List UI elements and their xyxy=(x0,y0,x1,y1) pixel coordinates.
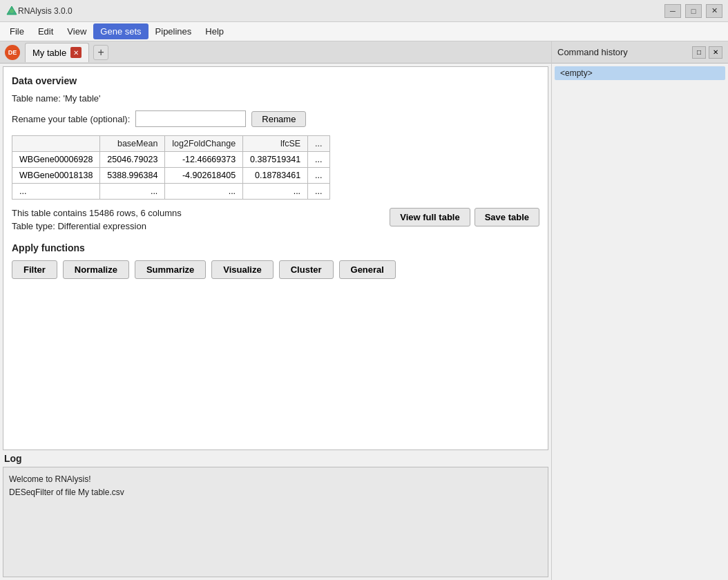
more-2: ... xyxy=(308,168,329,184)
col-header-log2fc: log2FoldChange xyxy=(165,136,243,152)
tab-bar: DE My table ✕ + xyxy=(0,41,551,64)
more-1: ... xyxy=(308,152,329,168)
save-table-button[interactable]: Save table xyxy=(475,208,539,226)
apply-functions-title: Apply functions xyxy=(12,242,539,253)
log2fc-more: ... xyxy=(165,184,243,200)
de-logo: DE xyxy=(5,45,20,60)
menu-pipelines[interactable]: Pipelines xyxy=(149,23,199,39)
log2fc-1: -12.46669373 xyxy=(165,152,243,168)
gene-id-1: WBGene00006928 xyxy=(12,152,100,168)
lfcse-1: 0.387519341 xyxy=(243,152,308,168)
basemean-1: 25046.79023 xyxy=(100,152,165,168)
table-name-row: Table name: 'My table' xyxy=(12,93,539,104)
log2fc-2: -4.902618405 xyxy=(165,168,243,184)
log-area: Welcome to RNAlysis! DESeqFilter of file… xyxy=(3,467,548,577)
left-panel: DE My table ✕ + Data overview Table name… xyxy=(0,41,551,580)
close-window-button[interactable]: ✕ xyxy=(706,4,722,18)
menu-help[interactable]: Help xyxy=(198,23,231,39)
col-header-basemean: baseMean xyxy=(100,136,165,152)
command-history-header: Command history □ ✕ xyxy=(552,41,728,64)
rename-input[interactable] xyxy=(135,110,246,127)
menu-edit[interactable]: Edit xyxy=(31,23,60,39)
data-table: baseMean log2FoldChange lfcSE ... WBGene… xyxy=(12,135,330,200)
table-row: WBGene00018138 5388.996384 -4.902618405 … xyxy=(12,168,330,184)
stats-rows-cols: This table contains 15486 rows, 6 column… xyxy=(12,208,182,218)
table-tab[interactable]: My table ✕ xyxy=(25,43,89,62)
command-history-panel: Command history □ ✕ <empty> xyxy=(551,41,728,580)
more-more: ... xyxy=(308,184,329,200)
lfcse-2: 0.18783461 xyxy=(243,168,308,184)
table-stats: This table contains 15486 rows, 6 column… xyxy=(12,208,182,231)
minimize-button[interactable]: ─ xyxy=(664,4,681,18)
data-overview-title: Data overview xyxy=(12,75,539,86)
log-section: Log Welcome to RNAlysis! DESeqFilter of … xyxy=(3,453,548,577)
command-history-title: Command history xyxy=(557,47,689,57)
normalize-button[interactable]: Normalize xyxy=(63,260,129,279)
command-history-close-button[interactable]: ✕ xyxy=(709,46,722,59)
general-button[interactable]: General xyxy=(339,260,396,279)
col-header-gene xyxy=(12,136,100,152)
cluster-button[interactable]: Cluster xyxy=(279,260,334,279)
stats-type: Table type: Differential expression xyxy=(12,221,182,231)
menu-gene-sets[interactable]: Gene sets xyxy=(93,23,148,39)
gene-id-more: ... xyxy=(12,184,100,200)
log-line-1: Welcome to RNAlysis! xyxy=(9,473,542,486)
lfcse-more: ... xyxy=(243,184,308,200)
command-history-content: <empty> xyxy=(552,64,728,580)
tab-close-button[interactable]: ✕ xyxy=(70,47,82,58)
window-title: RNAlysis 3.0.0 xyxy=(18,6,664,16)
table-name-label: Table name: xyxy=(12,93,63,104)
rename-row: Rename your table (optional): Rename xyxy=(12,110,539,127)
title-bar: RNAlysis 3.0.0 ─ □ ✕ xyxy=(0,0,728,22)
log-title: Log xyxy=(3,453,548,464)
filter-button[interactable]: Filter xyxy=(12,260,57,279)
menu-bar: File Edit View Gene sets Pipelines Help xyxy=(0,22,728,41)
col-header-more: ... xyxy=(308,136,329,152)
table-action-buttons: View full table Save table xyxy=(390,208,539,226)
basemean-2: 5388.996384 xyxy=(100,168,165,184)
gene-id-2: WBGene00018138 xyxy=(12,168,100,184)
table-name-value: 'My table' xyxy=(63,93,100,104)
command-history-empty: <empty> xyxy=(555,66,725,80)
rename-button[interactable]: Rename xyxy=(251,111,306,127)
summarize-button[interactable]: Summarize xyxy=(135,260,206,279)
table-row: WBGene00006928 25046.79023 -12.46669373 … xyxy=(12,152,330,168)
tab-label: My table xyxy=(32,48,66,58)
command-history-pin-button[interactable]: □ xyxy=(692,46,706,59)
app-icon xyxy=(6,5,18,17)
visualize-button[interactable]: Visualize xyxy=(211,260,273,279)
table-info: This table contains 15486 rows, 6 column… xyxy=(12,208,539,231)
col-header-lfcse: lfcSE xyxy=(243,136,308,152)
function-buttons: Filter Normalize Summarize Visualize Clu… xyxy=(12,260,539,279)
table-row: ... ... ... ... ... xyxy=(12,184,330,200)
table-tab-icon: DE xyxy=(3,43,22,62)
main-content: Data overview Table name: 'My table' Ren… xyxy=(3,66,548,450)
menu-file[interactable]: File xyxy=(3,23,31,39)
rename-label: Rename your table (optional): xyxy=(12,114,130,124)
menu-view[interactable]: View xyxy=(60,23,93,39)
log-line-2: DESeqFilter of file My table.csv xyxy=(9,486,542,499)
svg-point-0 xyxy=(10,9,14,13)
view-full-table-button[interactable]: View full table xyxy=(390,208,470,226)
basemean-more: ... xyxy=(100,184,165,200)
table-header-row: baseMean log2FoldChange lfcSE ... xyxy=(12,136,330,152)
main-layout: DE My table ✕ + Data overview Table name… xyxy=(0,41,728,580)
window-controls: ─ □ ✕ xyxy=(664,4,722,18)
maximize-button[interactable]: □ xyxy=(685,4,702,18)
add-tab-button[interactable]: + xyxy=(93,45,108,60)
